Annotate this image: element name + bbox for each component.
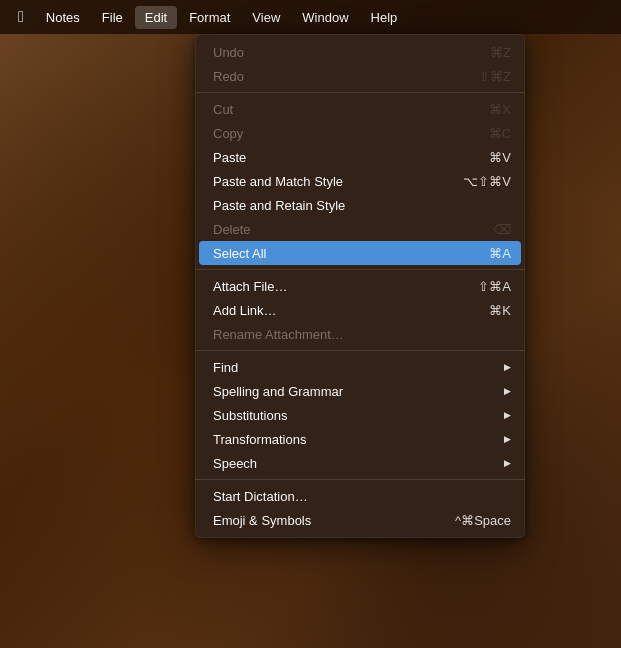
menu-item-undo[interactable]: Undo ⌘Z [195,40,525,64]
menu-item-redo-shortcut: ⇧⌘Z [479,69,511,84]
menu-item-speech-arrow: ▶ [504,458,511,468]
menu-item-cut-label: Cut [213,102,233,117]
menu-item-delete-shortcut: ⌫ [493,222,511,237]
menu-item-emoji-symbols[interactable]: Emoji & Symbols ^⌘Space [195,508,525,532]
menu-item-spelling[interactable]: Spelling and Grammar ▶ [195,379,525,403]
menu-item-copy-label: Copy [213,126,243,141]
menubar-notes[interactable]: Notes [36,6,90,29]
menu-item-speech[interactable]: Speech ▶ [195,451,525,475]
menu-item-transformations-label: Transformations [213,432,306,447]
menu-item-redo-label: Redo [213,69,244,84]
divider-1 [195,92,525,93]
menu-item-copy[interactable]: Copy ⌘C [195,121,525,145]
menu-item-find-label: Find [213,360,238,375]
menu-item-transformations[interactable]: Transformations ▶ [195,427,525,451]
menubar-format[interactable]: Format [179,6,240,29]
menu-item-find-arrow: ▶ [504,362,511,372]
menu-item-dictation-label: Start Dictation… [213,489,308,504]
menu-item-find[interactable]: Find ▶ [195,355,525,379]
menu-item-add-link[interactable]: Add Link… ⌘K [195,298,525,322]
menu-item-undo-label: Undo [213,45,244,60]
menu-item-paste-retain[interactable]: Paste and Retain Style [195,193,525,217]
divider-3 [195,350,525,351]
menu-item-attach-file-label: Attach File… [213,279,287,294]
menu-item-start-dictation[interactable]: Start Dictation… [195,484,525,508]
menu-item-substitutions[interactable]: Substitutions ▶ [195,403,525,427]
menu-item-attach-file[interactable]: Attach File… ⇧⌘A [195,274,525,298]
menu-section-attach: Attach File… ⇧⌘A Add Link… ⌘K Rename Att… [195,272,525,348]
menu-section-dictation: Start Dictation… Emoji & Symbols ^⌘Space [195,482,525,534]
menu-section-undoredo: Undo ⌘Z Redo ⇧⌘Z [195,38,525,90]
apple-menu[interactable]:  [8,6,34,28]
menubar-help[interactable]: Help [361,6,408,29]
divider-4 [195,479,525,480]
menu-item-paste-shortcut: ⌘V [489,150,511,165]
menu-item-rename-label: Rename Attachment… [213,327,344,342]
menu-item-select-all-shortcut: ⌘A [489,246,511,261]
menu-item-copy-shortcut: ⌘C [489,126,511,141]
menu-item-rename-attachment[interactable]: Rename Attachment… [195,322,525,346]
menu-item-cut-shortcut: ⌘X [489,102,511,117]
divider-2 [195,269,525,270]
menu-section-find: Find ▶ Spelling and Grammar ▶ Substituti… [195,353,525,477]
menu-item-paste[interactable]: Paste ⌘V [195,145,525,169]
edit-menu-dropdown: Undo ⌘Z Redo ⇧⌘Z Cut ⌘X Copy ⌘C Paste ⌘V… [195,34,525,538]
menu-item-undo-shortcut: ⌘Z [490,45,511,60]
menubar-file[interactable]: File [92,6,133,29]
menu-item-emoji-label: Emoji & Symbols [213,513,311,528]
menu-item-select-all-label: Select All [213,246,266,261]
menu-item-delete-label: Delete [213,222,251,237]
menu-item-paste-match-shortcut: ⌥⇧⌘V [463,174,511,189]
menu-item-select-all[interactable]: Select All ⌘A [199,241,521,265]
menu-item-add-link-label: Add Link… [213,303,277,318]
menubar-window[interactable]: Window [292,6,358,29]
menu-item-cut[interactable]: Cut ⌘X [195,97,525,121]
menu-item-substitutions-label: Substitutions [213,408,287,423]
menu-item-spelling-label: Spelling and Grammar [213,384,343,399]
menu-item-spelling-arrow: ▶ [504,386,511,396]
menu-item-emoji-shortcut: ^⌘Space [455,513,511,528]
menu-section-clipboard: Cut ⌘X Copy ⌘C Paste ⌘V Paste and Match … [195,95,525,267]
menubar-view[interactable]: View [242,6,290,29]
menu-item-paste-retain-label: Paste and Retain Style [213,198,345,213]
menu-item-paste-match-label: Paste and Match Style [213,174,343,189]
menu-item-speech-label: Speech [213,456,257,471]
menubar:  Notes File Edit Format View Window Hel… [0,0,621,34]
menu-item-attach-file-shortcut: ⇧⌘A [478,279,511,294]
menu-item-transformations-arrow: ▶ [504,434,511,444]
menu-item-paste-label: Paste [213,150,246,165]
menu-item-paste-match[interactable]: Paste and Match Style ⌥⇧⌘V [195,169,525,193]
menu-item-add-link-shortcut: ⌘K [489,303,511,318]
menu-item-redo[interactable]: Redo ⇧⌘Z [195,64,525,88]
menu-item-delete[interactable]: Delete ⌫ [195,217,525,241]
menu-item-substitutions-arrow: ▶ [504,410,511,420]
menubar-edit[interactable]: Edit [135,6,177,29]
